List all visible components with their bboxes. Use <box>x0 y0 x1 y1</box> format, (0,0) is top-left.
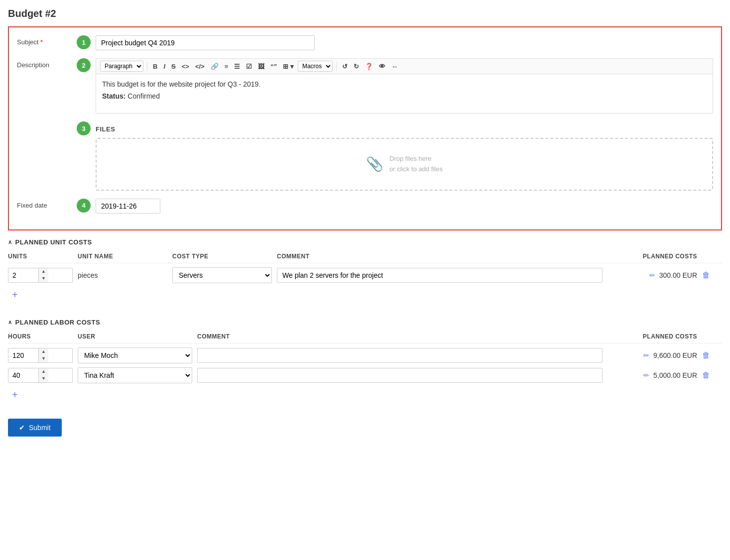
submit-label: Submit <box>29 424 51 432</box>
cost-type-cell: Servers Hardware Software Other <box>172 267 272 283</box>
code-button[interactable]: <> <box>180 62 191 71</box>
labor-planned-cost-1: 9,600.00 EUR <box>653 351 697 359</box>
labor-costs-col-headers: HOURS USER COMMENT PLANNED COSTS <box>8 333 722 343</box>
col-user: USER <box>78 333 192 340</box>
user-select-1[interactable]: Mike Moch Tina Kraft Other User <box>78 347 192 363</box>
drop-text: Drop files here or click to add files <box>389 154 443 175</box>
spinner-up[interactable]: ▲ <box>39 268 48 275</box>
paragraph-select[interactable]: Paragraph <box>100 61 143 72</box>
date-content <box>96 199 713 214</box>
user-select-2[interactable]: Mike Moch Tina Kraft Other User <box>78 367 192 383</box>
labor-delete-cell-2: 🗑 <box>702 371 722 380</box>
edit-cost-icon[interactable]: ✏ <box>649 271 655 279</box>
edit-labor-cost-icon-1[interactable]: ✏ <box>643 351 649 359</box>
spinner-buttons-1: ▲ ▼ <box>38 348 48 362</box>
inline-code-button[interactable]: </> <box>193 62 207 71</box>
spinner-buttons-2: ▲ ▼ <box>38 368 48 382</box>
quote-button[interactable]: “” <box>268 62 279 71</box>
files-title: FILES <box>96 125 713 133</box>
planned-unit-costs-section: ∧ PLANNED UNIT COSTS UNITS UNIT NAME COS… <box>8 238 722 309</box>
status-label: Status: <box>102 92 125 100</box>
drop-line1: Drop files here <box>389 154 443 164</box>
spinner-up-2[interactable]: ▲ <box>39 368 48 375</box>
editor-line1: This budget is for the website project f… <box>102 80 707 88</box>
preview-button[interactable]: 👁 <box>377 62 387 71</box>
bold-button[interactable]: B <box>151 62 159 71</box>
fixed-date-label: Fixed date <box>17 199 77 209</box>
fixed-date-input[interactable] <box>96 199 160 214</box>
units-spinner[interactable]: ▲ ▼ <box>8 268 73 283</box>
add-labor-cost-button[interactable]: + <box>8 387 22 403</box>
col-comment: COMMENT <box>277 253 603 260</box>
user-cell-2: Mike Moch Tina Kraft Other User <box>78 367 192 383</box>
add-unit-cost-button[interactable]: + <box>8 287 22 303</box>
link-button[interactable]: 🔗 <box>209 62 221 71</box>
bullet-list-button[interactable]: ≡ <box>223 62 231 71</box>
main-form: Subject * 1 Description 2 Paragraph B I … <box>8 26 722 230</box>
hours-input-1[interactable] <box>8 349 38 362</box>
step-badge-4: 4 <box>77 199 91 213</box>
description-label: Description <box>17 58 77 69</box>
unit-comment-input[interactable] <box>277 268 603 283</box>
labor-delete-icon-1[interactable]: 🗑 <box>702 351 710 359</box>
editor-body[interactable]: This budget is for the website project f… <box>96 74 713 113</box>
step-badge-1: 1 <box>77 35 91 49</box>
labor-row-2: ▲ ▼ Mike Moch Tina Kraft Other User ✏ 5,… <box>8 367 722 383</box>
italic-button[interactable]: I <box>161 62 167 71</box>
labor-costs-header: ∧ PLANNED LABOR COSTS <box>8 319 722 326</box>
labor-delete-icon-2[interactable]: 🗑 <box>702 371 710 379</box>
unit-costs-col-headers: UNITS UNIT NAME COST TYPE COMMENT PLANNE… <box>8 253 722 263</box>
table-button[interactable]: ⊞ ▾ <box>281 62 296 71</box>
unit-planned-cost: 300.00 EUR <box>659 271 697 279</box>
help-button[interactable]: ❓ <box>363 62 375 71</box>
col-hours: HOURS <box>8 333 73 340</box>
files-label-empty <box>17 121 77 124</box>
labor-comment-input-2[interactable] <box>197 368 603 383</box>
hours-spinner-2[interactable]: ▲ ▼ <box>8 368 73 383</box>
unit-name-cell: pieces <box>78 271 167 279</box>
unit-cost-row: ▲ ▼ pieces Servers Hardware Software Oth… <box>8 267 722 283</box>
checkmark-icon: ✔ <box>19 424 25 432</box>
subject-content <box>96 35 713 50</box>
ordered-list-button[interactable]: ☰ <box>232 62 242 71</box>
cost-type-select[interactable]: Servers Hardware Software Other <box>172 267 272 283</box>
hours-input-2[interactable] <box>8 369 38 382</box>
unit-delete-icon[interactable]: 🗑 <box>702 271 710 279</box>
unit-costs-title: PLANNED UNIT COSTS <box>15 238 92 246</box>
files-content: FILES 📎 Drop files here or click to add … <box>96 121 713 191</box>
unit-cost-value: ✏ 300.00 EUR <box>608 271 697 279</box>
editor-toolbar: Paragraph B I S <> </> 🔗 ≡ ☰ ☑ 🖼 “” ⊞ ▾ … <box>96 58 713 74</box>
labor-comment-cell-1 <box>197 348 603 363</box>
paperclip-icon: 📎 <box>366 156 383 172</box>
source-button[interactable]: ↔ <box>389 62 400 71</box>
macros-select[interactable]: Macros <box>298 61 333 72</box>
edit-labor-cost-icon-2[interactable]: ✏ <box>643 371 649 379</box>
col-cost-type: COST TYPE <box>172 253 272 260</box>
labor-delete-cell-1: 🗑 <box>702 351 722 360</box>
subject-input[interactable] <box>96 35 315 50</box>
labor-costs-chevron-icon: ∧ <box>8 319 12 326</box>
spinner-up-1[interactable]: ▲ <box>39 348 48 355</box>
col-labor-planned-costs: PLANNED COSTS <box>608 333 697 340</box>
drop-line2: or click to add files <box>389 164 443 175</box>
image-button[interactable]: 🖼 <box>256 62 266 71</box>
col-labor-comment: COMMENT <box>197 333 603 340</box>
labor-comment-input-1[interactable] <box>197 348 603 363</box>
units-input[interactable] <box>8 269 38 282</box>
submit-button[interactable]: ✔ Submit <box>8 419 62 437</box>
col-actions <box>702 253 722 260</box>
undo-button[interactable]: ↺ <box>340 62 350 71</box>
spinner-down[interactable]: ▼ <box>39 275 48 282</box>
toolbar-separator-1 <box>147 62 147 71</box>
unit-delete-cell: 🗑 <box>702 271 722 280</box>
checklist-button[interactable]: ☑ <box>244 62 254 71</box>
file-drop-zone[interactable]: 📎 Drop files here or click to add files <box>96 138 713 191</box>
subject-label: Subject * <box>17 35 77 46</box>
redo-button[interactable]: ↻ <box>352 62 361 71</box>
spinner-down-2[interactable]: ▼ <box>39 375 48 382</box>
unit-costs-chevron-icon: ∧ <box>8 239 12 245</box>
strikethrough-button[interactable]: S <box>169 62 178 71</box>
spinner-down-1[interactable]: ▼ <box>39 355 48 362</box>
hours-spinner-1[interactable]: ▲ ▼ <box>8 348 73 363</box>
labor-comment-cell-2 <box>197 368 603 383</box>
